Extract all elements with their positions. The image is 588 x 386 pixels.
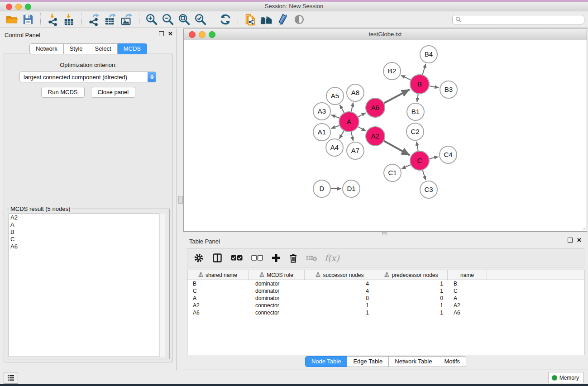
column-header-name[interactable]: name <box>448 270 487 280</box>
table-cell[interactable]: A6 <box>448 310 487 316</box>
table-settings-gear-icon[interactable] <box>194 253 204 263</box>
table-cell[interactable]: 1 <box>375 281 448 287</box>
network-window-titlebar[interactable]: testGlobe.txt <box>184 29 587 40</box>
table-cell[interactable]: connector <box>249 302 305 309</box>
table-cell[interactable]: A2 <box>448 302 487 309</box>
mcds-result-item[interactable]: A2 <box>9 214 164 221</box>
zoom-in-icon[interactable] <box>143 12 160 27</box>
zoom-fit-icon[interactable] <box>176 12 192 27</box>
tab-style[interactable]: Style <box>64 43 89 54</box>
graph-edge-C-C4[interactable] <box>430 157 439 158</box>
export-network-icon[interactable] <box>86 12 102 27</box>
graph-node-A1[interactable]: A1 <box>313 124 330 141</box>
graph-node-C[interactable]: C <box>410 151 429 170</box>
table-row[interactable]: Adominator80A <box>187 295 584 302</box>
zoom-selected-icon[interactable] <box>192 12 209 27</box>
table-cell[interactable]: connector <box>249 310 305 316</box>
graph-node-A[interactable]: A <box>339 112 359 132</box>
graph-edge-A-A1[interactable] <box>331 125 339 129</box>
table-cell[interactable]: 4 <box>305 288 375 294</box>
table-cell[interactable]: B <box>448 281 487 287</box>
refresh-layout-icon[interactable] <box>217 12 234 27</box>
table-row[interactable]: A2connector11A2 <box>187 302 584 309</box>
criterion-select[interactable]: largest connected component (directed) <box>19 71 156 82</box>
search-input[interactable] <box>462 16 581 23</box>
graph-edge-A-A3[interactable] <box>331 115 339 118</box>
table-cell[interactable]: B <box>187 281 249 287</box>
graph-node-A3[interactable]: A3 <box>313 103 330 120</box>
table-cell[interactable]: A <box>448 295 487 301</box>
table-cell[interactable]: 0 <box>375 295 448 301</box>
graph-edge-B-B1[interactable] <box>417 94 418 102</box>
save-session-icon[interactable] <box>20 12 36 27</box>
table-row[interactable]: A6connector11A6 <box>187 309 584 316</box>
close-panel-icon[interactable]: ✕ <box>168 31 173 36</box>
mcds-result-item[interactable]: A <box>9 221 164 229</box>
table-cell[interactable]: A6 <box>187 310 249 316</box>
show-columns-icon[interactable] <box>212 253 222 263</box>
table-cell[interactable]: A2 <box>187 302 249 309</box>
tab-edge-table[interactable]: Edge Table <box>347 356 389 367</box>
network-canvas[interactable]: B4B2BB3A5A8A6A3B1AA1C2A2A4A7CC4C1C3DD1 <box>184 40 587 231</box>
table-cell[interactable]: dominator <box>249 295 305 301</box>
table-cell[interactable]: 1 <box>305 310 375 316</box>
column-header-predecessor-nodes[interactable]: predecessor nodes <box>375 270 448 280</box>
graph-node-B2[interactable]: B2 <box>383 62 401 80</box>
import-table-icon[interactable] <box>61 12 77 27</box>
table-cell[interactable]: 1 <box>375 302 448 309</box>
paint-style-icon[interactable] <box>275 12 291 27</box>
table-row[interactable]: Cdominator41C <box>187 287 584 295</box>
open-session-icon[interactable] <box>4 12 20 27</box>
graph-node-B[interactable]: B <box>410 75 429 94</box>
select-all-columns-icon[interactable] <box>231 255 243 261</box>
column-header-successor-nodes[interactable]: successor nodes <box>305 270 375 280</box>
graph-node-C4[interactable]: C4 <box>440 146 457 163</box>
resize-grip-icon[interactable] <box>581 226 586 231</box>
zoom-out-icon[interactable] <box>160 12 176 27</box>
graph-edge-A-A7[interactable] <box>351 132 353 141</box>
close-panel-icon[interactable]: ✕ <box>577 238 582 243</box>
search-box[interactable] <box>452 15 584 24</box>
graph-edge-A-A4[interactable] <box>339 131 344 139</box>
graph-node-B3[interactable]: B3 <box>440 81 457 98</box>
export-table-icon[interactable] <box>102 12 119 27</box>
float-panel-icon[interactable] <box>568 238 573 243</box>
home-icon[interactable] <box>258 12 275 27</box>
table-cell[interactable]: 1 <box>305 302 375 309</box>
graph-edge-B-B4[interactable] <box>422 64 425 75</box>
graph-node-D[interactable]: D <box>313 180 330 197</box>
graph-node-A8[interactable]: A8 <box>347 84 364 101</box>
tab-select[interactable]: Select <box>89 43 118 54</box>
table-cell[interactable]: C <box>187 288 249 294</box>
tab-network-table[interactable]: Network Table <box>389 356 438 367</box>
table-cell[interactable]: 1 <box>375 310 448 316</box>
graph-node-C1[interactable]: C1 <box>384 164 401 181</box>
import-network-icon[interactable] <box>45 12 61 27</box>
graph-edge-C-C2[interactable] <box>416 142 418 151</box>
table-cell[interactable]: dominator <box>249 288 305 294</box>
task-history-button[interactable] <box>4 372 18 384</box>
graph-node-B1[interactable]: B1 <box>407 103 424 120</box>
column-header-MCDS-role[interactable]: MCDS role <box>249 270 305 280</box>
graph-edge-A-A5[interactable] <box>340 105 344 112</box>
graph-edge-C-C3[interactable] <box>423 170 426 180</box>
vertical-splitter[interactable] <box>177 29 183 370</box>
graph-edge-A-A6[interactable] <box>358 113 366 117</box>
graph-node-C2[interactable]: C2 <box>406 123 424 140</box>
table-cell[interactable]: dominator <box>249 281 305 287</box>
show-hide-icon[interactable] <box>291 12 307 27</box>
graph-edge-A-A2[interactable] <box>358 127 366 131</box>
graph-edge-A6-B[interactable] <box>384 90 409 103</box>
graph-node-B4[interactable]: B4 <box>420 46 437 63</box>
graph-node-A6[interactable]: A6 <box>366 98 385 117</box>
graph-node-A4[interactable]: A4 <box>326 139 343 156</box>
graph-edge-C-C1[interactable] <box>402 165 411 169</box>
graph-node-C3[interactable]: C3 <box>420 181 437 198</box>
memory-button[interactable]: Memory <box>548 372 583 383</box>
graph-edge-B-B3[interactable] <box>430 86 439 88</box>
graph-node-A5[interactable]: A5 <box>326 87 344 105</box>
close-panel-button[interactable]: Close panel <box>91 87 136 98</box>
table-row[interactable]: Bdominator41B <box>187 280 584 287</box>
graph-edge-B-B2[interactable] <box>401 75 411 80</box>
create-column-plus-icon[interactable] <box>272 253 281 262</box>
